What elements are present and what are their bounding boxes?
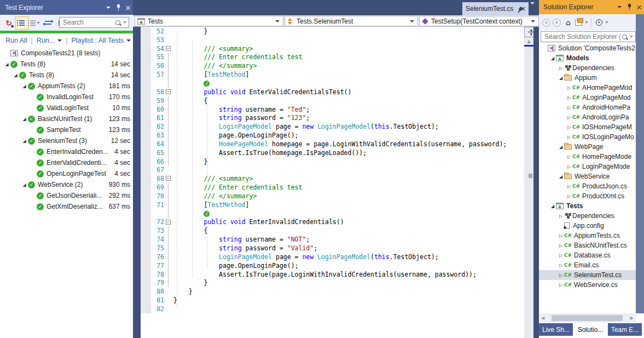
breakpoint-margin[interactable] <box>141 96 151 105</box>
solution-tree-item[interactable]: ▷C#BasicNUnitTest.cs <box>539 240 636 250</box>
forward-icon[interactable] <box>553 19 561 27</box>
vertical-scrollbar[interactable] <box>524 37 533 338</box>
breakpoint-margin[interactable] <box>141 27 151 36</box>
breakpoint-margin[interactable] <box>141 157 151 166</box>
code-line[interactable]: 55 /// Enter credentials test <box>141 53 539 62</box>
breakpoint-margin[interactable] <box>141 36 151 44</box>
solution-search-box[interactable] <box>541 31 636 42</box>
run-menu-link[interactable]: Run... <box>37 37 55 44</box>
solution-tree-item[interactable]: ▷C#ProductXml.cs <box>539 191 636 201</box>
breakpoint-margin[interactable] <box>141 79 151 88</box>
switch-views-icon[interactable] <box>575 20 582 26</box>
test-tree-item[interactable]: InvalidLoginTest170 ms <box>0 91 133 102</box>
breakpoint-margin[interactable] <box>141 122 151 131</box>
breakpoint-margin[interactable] <box>141 113 151 122</box>
code-line[interactable]: 68− /// <summary> <box>141 174 539 183</box>
solution-tree-item[interactable]: ◢Tests <box>539 201 636 211</box>
type-dropdown[interactable]: Tests.SeleniumTest <box>285 16 418 26</box>
search-icon[interactable] <box>622 35 627 39</box>
solution-tree-item[interactable]: ▷Dependencies <box>539 63 636 73</box>
breakpoint-margin[interactable] <box>141 270 151 279</box>
code-line[interactable]: 67 <box>141 166 539 175</box>
pending-changes-filter-icon[interactable] <box>596 19 602 26</box>
breakpoint-margin[interactable] <box>141 209 151 218</box>
expander-icon[interactable]: ◢ <box>558 174 564 179</box>
code-line[interactable]: 57 [TestMethod] <box>141 70 539 79</box>
expander-icon[interactable]: ▷ <box>566 105 572 110</box>
expander-icon[interactable]: ◢ <box>3 62 10 67</box>
breakpoint-margin[interactable] <box>141 140 151 148</box>
search-chevron-icon[interactable] <box>123 21 126 24</box>
back-icon[interactable] <box>542 19 550 27</box>
code-line[interactable]: 82 <box>141 305 539 313</box>
test-tree-item[interactable]: ◢BasicNUnitTest (1)123 ms <box>0 113 133 124</box>
test-tree-item[interactable]: ◢SeleniumTest (3)12 sec <box>0 135 133 146</box>
solution-tree-item[interactable]: ▷C#LoginPageMode <box>539 162 636 171</box>
breakpoint-margin[interactable] <box>141 296 151 305</box>
outline-margin[interactable]: − <box>164 88 173 96</box>
solution-tree-item[interactable]: ▷C#WebService.cs <box>539 280 636 290</box>
test-tree-item[interactable]: GetJsonDeseriali...292 ms <box>0 190 133 201</box>
run-menu-chevron-icon[interactable] <box>57 39 62 42</box>
code-line[interactable]: 66 } <box>141 157 539 166</box>
search-icon[interactable] <box>115 20 120 25</box>
solution-tree-item[interactable]: ▷C#HomePageMode <box>539 152 636 162</box>
collapse-button[interactable]: − <box>166 220 171 225</box>
breakpoint-margin[interactable] <box>141 218 151 227</box>
expander-icon[interactable]: ▷ <box>566 95 572 100</box>
pin-icon[interactable] <box>113 3 123 12</box>
test-tree-item[interactable]: ◢WebService (2)930 ms <box>0 179 133 190</box>
tab-solution-explorer[interactable]: Solutio... <box>573 323 607 336</box>
code-line[interactable]: 63 page.OpenLoginPage(); <box>141 131 539 140</box>
test-tree-item[interactable]: GetXmlDeserializ...637 ms <box>0 201 133 212</box>
scroll-right-icon[interactable]: ▶ <box>630 316 634 320</box>
breakpoint-margin[interactable] <box>141 244 151 253</box>
code-editor[interactable]: 52 }5354− /// <summary>55 /// Enter cred… <box>141 27 539 338</box>
expander-icon[interactable]: ▷ <box>566 164 572 169</box>
scroll-left-icon[interactable]: ◀ <box>541 316 544 320</box>
expander-icon[interactable]: ▷ <box>566 135 572 140</box>
window-menu-chevron-icon[interactable] <box>614 3 624 12</box>
test-tree-item[interactable]: OpenLoginPageTest4 sec <box>0 168 133 179</box>
project-dropdown[interactable]: Tests <box>135 16 283 26</box>
run-all-link[interactable]: Run All <box>5 37 27 44</box>
code-line[interactable]: 53 <box>141 36 539 44</box>
test-tree-item[interactable]: ◢Tests (8)14 sec <box>0 59 133 70</box>
document-tab[interactable]: SeleniumTest.cs × <box>462 2 529 15</box>
code-line[interactable]: 61 string password = "123"; <box>141 113 539 122</box>
expander-icon[interactable]: ▷ <box>558 214 564 219</box>
test-search-box[interactable] <box>59 17 129 28</box>
breakpoint-margin[interactable] <box>141 61 151 70</box>
solution-tree-item[interactable]: Solution 'CompositeTests21 <box>539 43 636 53</box>
breakpoint-margin[interactable] <box>141 287 151 296</box>
code-line[interactable]: 60 string username = "Ted"; <box>141 105 539 114</box>
solution-tree-item[interactable]: ▷C#IOSLoginPageMo <box>539 132 636 142</box>
expander-icon[interactable]: ◢ <box>21 139 28 144</box>
code-line[interactable]: 59 { <box>141 96 539 105</box>
solution-tree-item[interactable]: ▷Dependencies <box>539 211 636 221</box>
code-line[interactable]: 54− /// <summary> <box>141 44 539 53</box>
outline-margin[interactable]: − <box>164 218 173 227</box>
close-icon[interactable]: × <box>634 3 644 12</box>
code-line[interactable]: 78 Assert.IsTrue(page.LoginWithInvalidCr… <box>141 270 539 279</box>
breakpoint-margin[interactable] <box>141 131 151 140</box>
expander-icon[interactable]: ▷ <box>566 184 572 189</box>
breakpoint-margin[interactable] <box>141 174 151 183</box>
solution-tree-item[interactable]: ◢WebService <box>539 171 636 181</box>
chevron-down-icon[interactable] <box>585 21 588 24</box>
solution-tree-item[interactable]: ▷C#ALoginPageMod <box>539 93 636 102</box>
expander-icon[interactable]: ▷ <box>558 283 564 288</box>
solution-tree-item[interactable]: ▷C#AppiumTests.cs <box>539 231 636 240</box>
code-line[interactable] <box>141 209 539 218</box>
expander-icon[interactable]: ◢ <box>21 117 28 122</box>
expander-icon[interactable]: ▷ <box>566 115 572 120</box>
code-line[interactable]: 62 LoginPageModel page = new LoginPageMo… <box>141 122 539 131</box>
solution-tree-item[interactable]: ▷C#IOSHomePageM <box>539 122 636 132</box>
code-line[interactable]: 74 string username = "NOT"; <box>141 235 539 244</box>
run-tests-after-build-icon[interactable]: ↻ <box>2 16 15 30</box>
test-tree-item[interactable]: CompositeTests21 (8 tests) <box>0 48 133 59</box>
code-line[interactable]: 65 Assert.IsTrue(homepage.IsPageLoaded()… <box>141 148 539 157</box>
test-columns-icon[interactable] <box>42 16 55 30</box>
code-line[interactable]: 75 string password = "Valid"; <box>141 244 539 253</box>
test-tree-item[interactable]: ◢AppiumTests (2)181 ms <box>0 81 133 91</box>
